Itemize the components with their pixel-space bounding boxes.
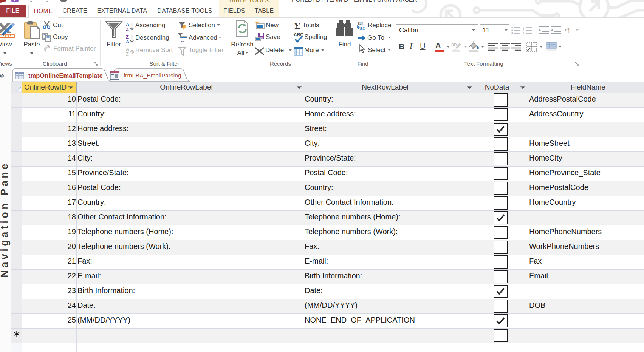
svg-text:¶: ¶ [567,27,571,34]
svg-text:Z: Z [126,51,129,56]
svg-text:ac: ac [360,25,365,30]
svg-text:Z: Z [126,26,129,31]
svg-text:1: 1 [523,26,524,29]
svg-text:3: 3 [523,32,524,35]
svg-text:2: 2 [523,29,524,32]
svg-text:A: A [126,39,130,44]
svg-text:ab: ab [451,42,457,47]
